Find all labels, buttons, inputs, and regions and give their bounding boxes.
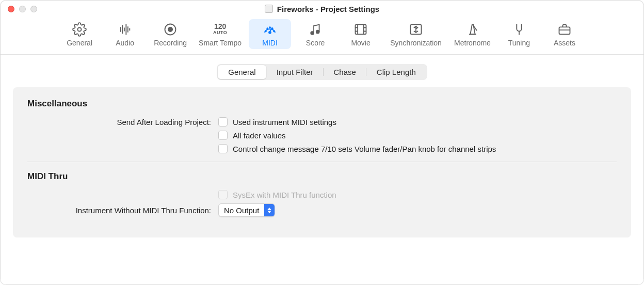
titlebar: Fireworks - Project Settings — [1, 1, 643, 17]
app-icon — [265, 5, 273, 13]
project-settings-window: Fireworks - Project Settings General Aud… — [0, 0, 644, 285]
tab-smart-tempo[interactable]: 120 AUTO Smart Tempo — [195, 19, 246, 49]
traffic-lights — [8, 6, 37, 12]
settings-panel: Miscellaneous Send After Loading Project… — [13, 87, 631, 237]
waveform-icon — [117, 22, 133, 37]
gear-icon — [72, 22, 87, 37]
send-after-loading-label: Send After Loading Project: — [27, 118, 218, 126]
settings-toolbar: General Audio Recording 120 AUTO Smart — [1, 17, 643, 55]
select-value: No Output — [224, 206, 259, 215]
svg-point-8 — [269, 27, 270, 28]
tab-label: Smart Tempo — [199, 39, 242, 47]
tab-synchronization[interactable]: Synchronization — [385, 19, 447, 49]
checkbox-all-fader[interactable] — [218, 131, 228, 140]
svg-point-5 — [273, 31, 275, 32]
content-area: General Input Filter Chase Clip Length M… — [1, 55, 643, 284]
tab-label: Assets — [554, 39, 575, 47]
svg-point-7 — [272, 28, 273, 29]
section-midi-thru-title: MIDI Thru — [27, 171, 617, 182]
checkbox-all-fader-label: All fader values — [233, 131, 286, 140]
checkbox-used-instrument[interactable] — [218, 117, 228, 126]
tab-recording[interactable]: Recording — [149, 19, 191, 49]
tempo-icon: 120 AUTO — [213, 22, 228, 37]
checkbox-used-instrument-label: Used instrument MIDI settings — [233, 118, 336, 126]
briefcase-icon — [557, 22, 572, 37]
checkbox-control-change[interactable] — [218, 144, 228, 153]
tab-label: Score — [306, 39, 325, 47]
svg-point-3 — [269, 31, 271, 34]
tab-midi[interactable]: MIDI — [249, 19, 291, 49]
tab-label: MIDI — [262, 39, 278, 47]
sync-icon — [408, 22, 424, 37]
minimize-window-button[interactable] — [19, 6, 26, 12]
checkbox-sysex — [218, 190, 228, 199]
section-miscellaneous-title: Miscellaneous — [27, 99, 617, 109]
tab-label: General — [67, 39, 92, 47]
tab-label: Recording — [154, 39, 187, 47]
svg-point-0 — [78, 28, 82, 31]
tab-metronome[interactable]: Metronome — [450, 19, 495, 49]
tab-label: Audio — [116, 39, 134, 47]
checkbox-control-change-label: Control change message 7/10 sets Volume … — [233, 145, 496, 153]
tab-general[interactable]: General — [58, 19, 101, 49]
subtab-general[interactable]: General — [218, 65, 266, 79]
checkbox-sysex-label: SysEx with MIDI Thru function — [233, 191, 336, 199]
zoom-window-button[interactable] — [30, 6, 37, 12]
tab-label: Tuning — [508, 39, 530, 47]
instrument-output-select[interactable]: No Output — [218, 203, 275, 217]
tab-audio[interactable]: Audio — [104, 19, 146, 49]
svg-rect-11 — [356, 25, 366, 35]
tab-label: Metronome — [454, 39, 491, 47]
window-title: Fireworks - Project Settings — [277, 5, 379, 13]
tab-assets[interactable]: Assets — [543, 19, 586, 49]
svg-point-6 — [267, 28, 268, 29]
record-icon — [163, 22, 178, 37]
svg-point-4 — [265, 31, 266, 32]
music-notes-icon — [308, 22, 323, 37]
svg-rect-13 — [559, 27, 570, 34]
tuning-fork-icon — [511, 22, 527, 37]
tab-movie[interactable]: Movie — [340, 19, 382, 49]
instrument-without-thru-label: Instrument Without MIDI Thru Function: — [27, 206, 218, 215]
midi-subtabs: General Input Filter Chase Clip Length — [13, 64, 631, 80]
section-divider — [27, 162, 617, 162]
svg-point-2 — [168, 27, 172, 31]
stepper-icon — [264, 204, 275, 216]
metronome-icon — [465, 22, 480, 37]
subtab-input-filter[interactable]: Input Filter — [266, 65, 324, 79]
subtab-clip-length[interactable]: Clip Length — [366, 65, 426, 79]
film-icon — [353, 22, 368, 37]
tab-score[interactable]: Score — [294, 19, 336, 49]
tab-tuning[interactable]: Tuning — [498, 19, 540, 49]
subtab-chase[interactable]: Chase — [324, 65, 366, 79]
gauge-icon — [262, 22, 278, 37]
tab-label: Movie — [351, 39, 370, 47]
tab-label: Synchronization — [390, 39, 442, 47]
close-window-button[interactable] — [8, 6, 14, 12]
